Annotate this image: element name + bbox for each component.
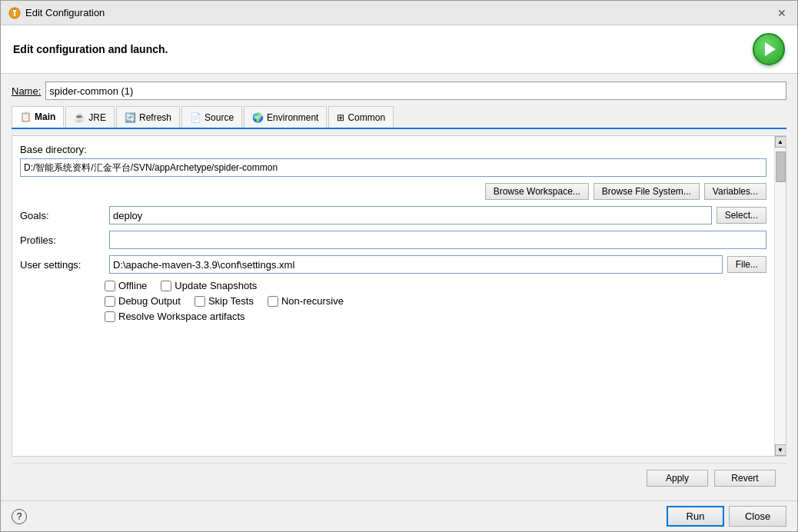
user-settings-row: User settings: File...	[20, 255, 766, 274]
main-panel: Base directory: Browse Workspace... Brow…	[12, 135, 786, 457]
config-icon	[8, 7, 21, 19]
non-recursive-checkbox[interactable]	[268, 296, 278, 307]
offline-label: Offline	[118, 280, 147, 291]
title-bar: Edit Configuration ✕	[1, 1, 797, 25]
main-tab-icon: 📋	[20, 111, 32, 122]
content-area: Name: 📋 Main ☕ JRE 🔄 Refresh 📄 Source �	[1, 74, 797, 500]
checkbox-row-2: Debug Output Skip Tests Non-recursive	[105, 295, 766, 307]
help-button[interactable]: ?	[12, 509, 27, 524]
base-directory-input[interactable]	[20, 158, 766, 177]
dialog-title: Edit Configuration	[25, 7, 105, 18]
scroll-thumb[interactable]	[776, 151, 786, 182]
skip-tests-checkbox[interactable]	[195, 296, 205, 307]
resolve-workspace-label: Resolve Workspace artifacts	[118, 311, 245, 322]
scrollbar: ▲ ▼	[774, 136, 786, 456]
base-directory-section: Base directory:	[20, 144, 766, 177]
update-snapshots-checkbox[interactable]	[161, 281, 171, 291]
common-tab-label: Common	[347, 112, 385, 123]
footer-actions: Run Close	[667, 506, 786, 527]
header-title: Edit configuration and launch.	[13, 43, 168, 55]
goals-select-button[interactable]: Select...	[717, 207, 766, 224]
close-title-button[interactable]: ✕	[774, 5, 790, 21]
revert-button[interactable]: Revert	[714, 470, 776, 487]
browse-workspace-button[interactable]: Browse Workspace...	[485, 183, 589, 200]
environment-tab-icon: 🌍	[252, 112, 264, 123]
apply-button[interactable]: Apply	[647, 470, 708, 487]
panel-inner: Base directory: Browse Workspace... Brow…	[12, 136, 774, 456]
goals-input[interactable]	[109, 206, 712, 224]
scroll-up-button[interactable]: ▲	[775, 136, 786, 148]
update-snapshots-label: Update Snapshots	[175, 280, 257, 291]
help-icon: ?	[17, 511, 22, 522]
header-section: Edit configuration and launch.	[1, 25, 797, 74]
edit-configuration-dialog: Edit Configuration ✕ Edit configuration …	[0, 0, 798, 532]
offline-checkbox-item[interactable]: Offline	[105, 280, 147, 291]
footer: ? Run Close	[1, 500, 797, 531]
tab-environment[interactable]: 🌍 Environment	[244, 106, 327, 128]
profiles-input[interactable]	[109, 231, 766, 249]
jre-tab-icon: ☕	[74, 112, 85, 123]
variables-button[interactable]: Variables...	[704, 183, 766, 200]
update-snapshots-checkbox-item[interactable]: Update Snapshots	[161, 280, 257, 291]
play-icon	[765, 42, 776, 56]
environment-tab-label: Environment	[267, 112, 318, 123]
refresh-tab-label: Refresh	[139, 112, 171, 123]
resolve-workspace-checkbox[interactable]	[105, 311, 115, 322]
browse-buttons: Browse Workspace... Browse File System..…	[20, 183, 766, 200]
source-tab-icon: 📄	[190, 112, 201, 123]
checkbox-row-1: Offline Update Snapshots	[105, 280, 766, 291]
skip-tests-checkbox-item[interactable]: Skip Tests	[195, 295, 254, 307]
checkbox-row-3: Resolve Workspace artifacts	[105, 311, 766, 322]
main-tab-label: Main	[35, 111, 55, 122]
offline-checkbox[interactable]	[105, 281, 115, 291]
svg-point-1	[14, 8, 15, 10]
common-tab-icon: ⊞	[337, 112, 344, 123]
run-button[interactable]	[753, 33, 785, 65]
scroll-down-button[interactable]: ▼	[775, 444, 786, 456]
name-label: Name:	[12, 85, 41, 97]
tabs-bar: 📋 Main ☕ JRE 🔄 Refresh 📄 Source 🌍 Enviro…	[12, 106, 786, 129]
name-row: Name:	[12, 81, 786, 100]
profiles-row: Profiles:	[20, 231, 766, 249]
bottom-buttons: Apply Revert	[12, 463, 786, 493]
tab-refresh[interactable]: 🔄 Refresh	[116, 106, 180, 128]
user-settings-label: User settings:	[20, 259, 105, 271]
non-recursive-label: Non-recursive	[281, 295, 344, 307]
refresh-tab-icon: 🔄	[125, 112, 136, 123]
tab-source[interactable]: 📄 Source	[181, 106, 242, 128]
debug-output-checkbox-item[interactable]: Debug Output	[105, 295, 181, 307]
goals-row: Goals: Select...	[20, 206, 766, 224]
run-footer-button[interactable]: Run	[667, 506, 724, 527]
tab-main[interactable]: 📋 Main	[12, 106, 64, 128]
title-bar-left: Edit Configuration	[8, 7, 105, 19]
skip-tests-label: Skip Tests	[208, 295, 254, 307]
name-input[interactable]	[45, 81, 786, 100]
user-settings-input[interactable]	[109, 255, 723, 274]
tab-common[interactable]: ⊞ Common	[328, 106, 394, 128]
jre-tab-label: JRE	[88, 112, 106, 123]
user-settings-file-button[interactable]: File...	[727, 256, 766, 273]
close-footer-button[interactable]: Close	[729, 506, 786, 527]
profiles-label: Profiles:	[20, 234, 105, 246]
base-directory-label: Base directory:	[20, 144, 766, 155]
checkboxes-section: Offline Update Snapshots Debug Output	[20, 280, 766, 322]
goals-label: Goals:	[20, 210, 105, 221]
source-tab-label: Source	[204, 112, 234, 123]
non-recursive-checkbox-item[interactable]: Non-recursive	[268, 295, 344, 307]
tab-jre[interactable]: ☕ JRE	[65, 106, 115, 128]
debug-output-label: Debug Output	[118, 295, 181, 307]
scroll-track	[775, 148, 786, 444]
debug-output-checkbox[interactable]	[105, 296, 115, 307]
browse-filesystem-button[interactable]: Browse File System...	[594, 183, 700, 200]
resolve-workspace-checkbox-item[interactable]: Resolve Workspace artifacts	[105, 311, 245, 322]
